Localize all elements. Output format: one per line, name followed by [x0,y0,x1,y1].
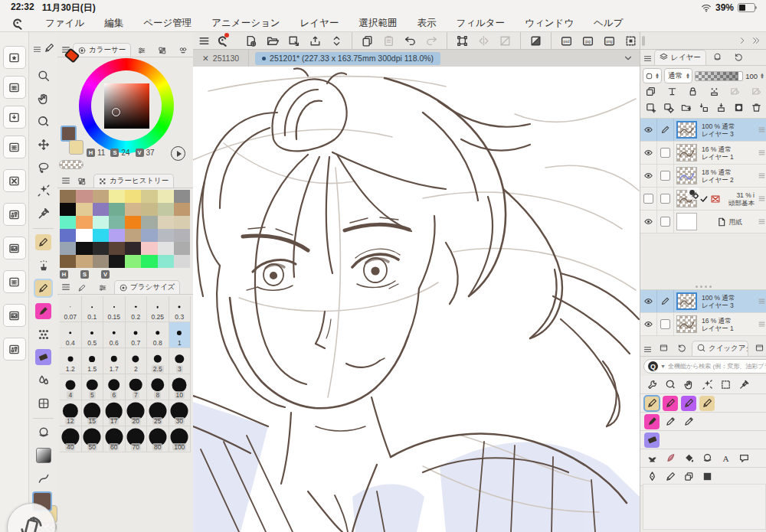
layer-row-レイヤー 1[interactable]: 16 % 通常レイヤー 1 [640,142,766,165]
menu-item-レイヤー[interactable]: レイヤー [290,17,349,30]
history-swatch[interactable] [158,203,174,216]
brush-size-25[interactable]: 25 [147,400,169,426]
panel-menu-icon[interactable] [643,344,653,354]
layer-row-レイヤー 2[interactable]: 18 % 通常レイヤー 2 [640,165,766,188]
panel-menu-icon[interactable] [61,282,71,292]
tool-tone[interactable] [34,325,53,344]
tool-blend[interactable] [34,370,53,390]
brush-size-70[interactable]: 70 [126,426,148,452]
history-swatch[interactable] [141,242,157,255]
brush-size-4[interactable]: 4 [60,374,82,400]
history-swatch[interactable] [158,242,174,255]
palette-dock-folder-x[interactable] [3,169,26,192]
brush-size-1.2[interactable]: 1.2 [60,348,82,374]
quick-smudge[interactable] [699,451,715,466]
quick-copy[interactable] [681,469,696,485]
menu-item-ヘルプ[interactable]: ヘルプ [584,17,633,30]
history-swatch[interactable] [60,229,76,242]
menu-item-ページ管理[interactable]: ページ管理 [133,17,201,30]
tab-brush-size[interactable]: ブラシサイズ [114,280,180,294]
tool-figure[interactable] [34,393,53,413]
csp-logo-icon[interactable] [11,17,25,31]
layer-checkbox[interactable] [660,194,670,204]
tool-hand[interactable] [34,89,53,108]
clip-button[interactable] [645,86,656,100]
brush-size-1[interactable]: 1 [169,322,192,348]
brush-size-17[interactable]: 17 [103,400,126,426]
brush-size-0.2[interactable]: 0.2 [126,296,148,322]
quick-pen[interactable] [699,396,715,411]
brush-size-0.3[interactable]: 0.3 [169,296,192,322]
layer-row-レイヤー 3[interactable]: 100 % 通常レイヤー 3 [640,290,766,313]
history-swatch[interactable] [125,255,141,268]
quick-dropper[interactable] [736,377,751,393]
gearlayer-button[interactable] [663,102,674,116]
history-swatch[interactable] [76,255,92,268]
brush-size-0.4[interactable]: 0.4 [60,322,82,348]
layer-thumbnail[interactable] [676,167,697,184]
menu-item-アニメーション[interactable]: アニメーション [201,17,290,30]
history-swatch[interactable] [60,255,76,268]
brush-size-60[interactable]: 60 [103,426,126,452]
tab-sub-view[interactable] [654,341,671,356]
undo-button[interactable] [402,33,418,48]
history-swatch[interactable] [93,216,109,229]
palette-dock-folder-pattern[interactable] [3,338,26,361]
quick-pencil[interactable] [681,414,696,429]
history-swatch[interactable] [141,255,157,268]
brush-size-5[interactable]: 5 [82,374,104,400]
chevron-right-icon[interactable] [738,36,747,45]
quick-bucket[interactable] [681,451,696,466]
layer-drag-handle[interactable] [756,188,766,210]
tab-color-set2[interactable] [73,175,92,188]
transform-button[interactable] [454,33,470,48]
fliph-button[interactable] [476,33,492,48]
palette-dock-folder-star[interactable] [3,46,26,69]
layer-drag-handle[interactable] [756,313,766,335]
history-swatch[interactable] [109,216,125,229]
layer-checkbox[interactable] [660,319,670,329]
seltool-button[interactable] [623,33,639,48]
history-swatch[interactable] [76,242,92,255]
palette-color-selector[interactable]: ▲▼ [643,68,662,83]
tool-wand[interactable] [34,181,53,200]
history-swatch[interactable] [76,216,92,229]
history-swatch[interactable] [125,190,141,203]
newdoc-button[interactable] [243,33,259,48]
layer-row-レイヤー 3[interactable]: 100 % 通常レイヤー 3 [640,119,766,142]
quick-textA[interactable]: A [718,451,733,466]
blend-mode-select[interactable]: 通常 ▲▼ [664,68,692,83]
brush-size-40[interactable]: 40 [60,426,82,452]
close-tab-icon[interactable]: ✕ [202,54,209,63]
history-swatch[interactable] [141,216,157,229]
canvas-tab-inactive[interactable]: ✕ 251130 [193,50,249,67]
maskdis-button[interactable] [729,86,741,100]
palette-dock-folder-image[interactable] [3,237,26,259]
layer-visibility[interactable] [640,119,657,141]
brush-size-1.5[interactable]: 1.5 [82,348,104,374]
layer-checkbox[interactable] [660,171,670,181]
history-swatch[interactable] [125,216,141,229]
quick-pen[interactable] [663,396,678,411]
history-swatch[interactable] [109,229,125,242]
brush-size-0.15[interactable]: 0.15 [103,296,126,322]
history-swatch[interactable] [109,203,125,216]
history-swatch[interactable] [93,229,109,242]
layer-visibility[interactable] [640,313,657,335]
opacity-stepper[interactable]: ▲▼ [760,73,764,79]
brush-size-20[interactable]: 20 [126,400,148,426]
alphaT-button[interactable] [666,86,678,100]
maskicon-button[interactable] [733,102,745,116]
layer-row-用紙[interactable]: 用紙 [640,211,766,233]
layer-visibility[interactable] [640,165,657,187]
tab-color-set[interactable] [153,44,172,57]
panel-menu-icon[interactable] [61,175,71,186]
history-swatch[interactable] [141,190,157,203]
quick-nib[interactable] [644,469,660,485]
history-swatch[interactable] [93,190,109,203]
menu-item-編集[interactable]: 編集 [94,17,133,30]
tab-color-circle[interactable]: カラーサー [73,43,131,57]
brush-size-0.8[interactable]: 0.8 [147,322,169,348]
tool-pen[interactable] [34,279,53,298]
trash-button[interactable] [751,102,762,116]
